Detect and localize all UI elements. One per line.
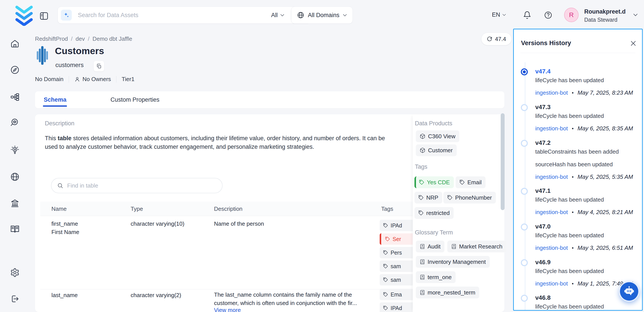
book-icon (451, 244, 456, 249)
table-cell-column-name[interactable]: first_name (52, 220, 78, 228)
data-product-pill[interactable]: Customer (416, 144, 457, 156)
table-cell-column-name[interactable]: last_name (52, 291, 78, 299)
version-author-link[interactable]: ingestion-bot (535, 125, 568, 132)
sidebar-collapse-icon[interactable] (39, 11, 49, 21)
version-entry[interactable]: v47.4 lifeCycle has been updated ingesti… (521, 68, 636, 96)
tag-pill[interactable]: Ema (380, 289, 416, 300)
version-author-link[interactable]: ingestion-bot (535, 174, 568, 180)
version-author-link[interactable]: ingestion-bot (535, 280, 568, 287)
sidebar-item-governance-icon[interactable] (10, 198, 20, 208)
breadcrumb-item[interactable]: dev (76, 36, 85, 42)
ai-sparkles-icon[interactable] (61, 10, 72, 21)
breadcrumb-separator: / (71, 36, 72, 42)
version-entry[interactable]: v47.3 lifeCycle has been updated ingesti… (521, 103, 636, 132)
breadcrumb-item[interactable]: RedshiftProd (35, 36, 68, 42)
tag-pill[interactable]: NRP (414, 192, 442, 204)
version-entry[interactable]: v46.8 lifeCycle has been updated (521, 294, 636, 310)
domain-chip[interactable]: No Domain (35, 76, 64, 83)
copy-icon (96, 63, 102, 69)
tag-pill-sensitive[interactable]: Ser (380, 233, 416, 245)
version-entry[interactable]: v47.1 lifeCycle has been updated ingesti… (521, 187, 636, 216)
find-in-table-input[interactable] (67, 182, 216, 189)
sidebar-item-workflow-icon[interactable] (10, 92, 20, 102)
table-cell-type: character varying(2) (131, 291, 181, 299)
content-scrollbar-thumb[interactable] (501, 113, 504, 210)
close-icon[interactable] (630, 40, 637, 47)
tag-pill-yes-cde[interactable]: Yes CDE (414, 176, 454, 188)
version-author-link[interactable]: ingestion-bot (535, 89, 568, 96)
sidebar-item-compass-icon[interactable] (10, 65, 20, 75)
version-entry[interactable]: v47.2 tableConstraints has been added so… (521, 139, 636, 180)
radio-icon[interactable] (521, 295, 528, 302)
help-icon[interactable] (544, 11, 552, 19)
tag-pill[interactable]: sam (380, 260, 416, 272)
glossary-term-pill[interactable]: more_nested_term (416, 286, 479, 298)
sidebar-item-logout-icon[interactable] (10, 294, 20, 304)
owners-chip[interactable]: No Owners (74, 76, 111, 83)
sidebar-item-settings-icon[interactable] (10, 268, 20, 277)
version-author-link[interactable]: ingestion-bot (535, 209, 568, 216)
sidebar-item-globe-icon[interactable] (10, 172, 20, 182)
tag-icon (385, 237, 390, 241)
robot-icon (623, 285, 636, 298)
tag-pill[interactable]: Pers (380, 247, 416, 258)
version-refresh-badge[interactable]: 47.4 (482, 33, 512, 45)
tag-pill[interactable]: IPAd (380, 220, 416, 231)
tab-custom-properties[interactable]: Custom Properties (110, 91, 160, 108)
version-entry[interactable]: v46.9 lifeCycle has been updated ingesti… (521, 258, 636, 287)
column-header-name[interactable]: Name (52, 205, 66, 212)
column-header-type[interactable]: Type (131, 205, 143, 212)
sidebar-item-observability-icon[interactable] (10, 118, 20, 127)
table-cell-tags: Ema IPAd (380, 289, 416, 312)
find-in-table-box[interactable] (51, 178, 222, 193)
glossary-term-pill[interactable]: Market Research (447, 241, 506, 252)
tag-pill[interactable]: restricted (414, 207, 454, 219)
view-more-link[interactable]: View more (214, 307, 241, 312)
avatar[interactable]: R (564, 8, 578, 22)
language-dropdown[interactable]: EN (492, 12, 506, 18)
all-domains-dropdown[interactable]: All Domains (291, 7, 353, 24)
copy-name-button[interactable] (94, 61, 104, 71)
breadcrumb-item[interactable]: Demo dbt Jaffle (92, 36, 132, 42)
column-header-tags[interactable]: Tags (381, 205, 393, 212)
search-scope-dropdown[interactable]: All (271, 12, 284, 19)
radio-icon[interactable] (521, 223, 528, 230)
meta-separator: • (572, 125, 574, 132)
version-date: May 7, 2025, 8:23 AM (578, 89, 633, 96)
meta-divider (69, 76, 69, 83)
column-header-description[interactable]: Description (214, 205, 242, 212)
sidebar-item-home-icon[interactable] (10, 39, 20, 48)
radio-icon[interactable] (521, 140, 528, 147)
user-menu-chevron-icon[interactable] (633, 14, 638, 16)
search-input[interactable] (78, 12, 271, 19)
tag-pill[interactable]: IPAd (380, 302, 416, 312)
breadcrumb-separator: / (88, 36, 89, 42)
tag-pill[interactable]: Email (456, 176, 486, 188)
version-author-link[interactable]: ingestion-bot (535, 244, 568, 251)
book-icon (420, 274, 425, 280)
version-entry[interactable]: v47.0 lifeCycle has been updated ingesti… (521, 223, 636, 251)
version-label: v46.9 (535, 258, 636, 266)
sidebar-item-glossary-icon[interactable] (10, 224, 20, 234)
chatbot-fab[interactable] (619, 281, 640, 302)
radio-icon[interactable] (521, 188, 528, 195)
glossary-term-pill[interactable]: term_one (416, 271, 456, 283)
tier-chip[interactable]: Tier1 (122, 76, 134, 83)
data-product-pill[interactable]: C360 View (416, 130, 459, 142)
radio-icon[interactable] (521, 104, 528, 111)
radio-icon[interactable] (521, 259, 528, 266)
app-canvas: All All Domains EN R Ro (0, 0, 644, 312)
sidebar-item-insights-icon[interactable] (10, 145, 20, 155)
meta-divider (116, 76, 116, 83)
notifications-bell-icon[interactable] (523, 11, 531, 19)
radio-selected-icon[interactable] (521, 68, 528, 75)
page-title: Customers (55, 45, 104, 57)
glossary-term-pill[interactable]: Audit (416, 241, 444, 252)
table-cell-column-alias: First Name (52, 228, 79, 236)
tag-icon (383, 250, 388, 255)
tag-pill[interactable]: sam (380, 274, 416, 285)
tag-pill[interactable]: PhoneNumber (443, 192, 496, 204)
meta-separator: • (572, 90, 574, 96)
glossary-term-pill[interactable]: Inventory Management (416, 256, 490, 268)
global-search-bar[interactable]: All (58, 7, 311, 24)
